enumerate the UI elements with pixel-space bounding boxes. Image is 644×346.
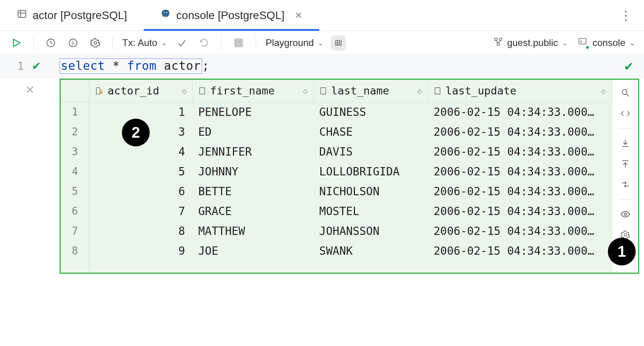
tab-label: actor [PostgreSQL] <box>33 9 127 22</box>
pk-column-icon <box>95 86 104 95</box>
row-number[interactable]: 2 <box>61 122 89 142</box>
run-button[interactable] <box>9 35 24 50</box>
cell-actor-id[interactable]: 6 <box>89 181 193 201</box>
in-editor-results-toggle[interactable] <box>331 35 346 50</box>
export-icon[interactable] <box>619 137 631 149</box>
table-row[interactable]: 9JOESWANK2006-02-15 04:34:33.000… <box>89 241 612 261</box>
svg-point-9 <box>94 41 97 44</box>
sort-icon[interactable]: ◇ <box>303 86 308 96</box>
column-header-first_name[interactable]: first_name◇ <box>193 80 314 102</box>
table-row[interactable]: 4JENNIFERDAVIS2006-02-15 04:34:33.000… <box>89 142 612 161</box>
settings-icon[interactable] <box>88 35 103 50</box>
cell-last-name[interactable]: MOSTEL <box>314 201 428 221</box>
playground-dropdown[interactable]: Playground ⌄ <box>266 37 324 48</box>
stop-button[interactable] <box>231 35 246 50</box>
svg-point-4 <box>166 12 168 13</box>
tx-mode-label: Tx: Auto <box>122 37 157 48</box>
cell-last-update[interactable]: 2006-02-15 04:34:33.000… <box>428 102 612 122</box>
tx-mode-dropdown[interactable]: Tx: Auto ⌄ <box>122 37 167 48</box>
cell-last-update[interactable]: 2006-02-15 04:34:33.000… <box>428 142 612 161</box>
svg-rect-25 <box>200 88 205 94</box>
cell-last-name[interactable]: DAVIS <box>314 142 428 161</box>
compare-icon[interactable] <box>619 179 631 190</box>
table-row[interactable]: 8MATTHEWJOHANSSON2006-02-15 04:34:33.000… <box>89 221 612 241</box>
cell-last-update[interactable]: 2006-02-15 04:34:33.000… <box>428 241 612 261</box>
cell-first-name[interactable]: ED <box>193 122 314 142</box>
cell-actor-id[interactable]: 9 <box>89 241 193 261</box>
cell-actor-id[interactable]: 7 <box>89 201 193 221</box>
sort-icon[interactable]: ◇ <box>417 86 422 96</box>
session-label: console <box>592 37 625 48</box>
cell-last-name[interactable]: NICHOLSON <box>314 181 428 201</box>
explain-icon[interactable]: p <box>66 35 81 50</box>
schema-label: guest.public <box>507 37 558 48</box>
cell-last-update[interactable]: 2006-02-15 04:34:33.000… <box>428 221 612 241</box>
cell-first-name[interactable]: JOE <box>193 241 314 261</box>
row-number[interactable]: 3 <box>61 142 89 161</box>
tab-actor[interactable]: actor [PostgreSQL] <box>0 0 144 31</box>
close-icon[interactable]: ✕ <box>295 10 303 21</box>
tab-overflow-menu[interactable]: ⋮ <box>619 8 633 23</box>
svg-rect-10 <box>335 40 341 45</box>
sort-icon[interactable]: ◇ <box>182 86 187 96</box>
svg-rect-21 <box>96 88 100 94</box>
cell-actor-id[interactable]: 5 <box>89 161 193 181</box>
search-icon[interactable] <box>619 87 631 99</box>
commit-icon[interactable] <box>174 35 189 50</box>
postgres-icon <box>160 9 171 22</box>
svg-rect-15 <box>495 38 497 40</box>
import-icon[interactable] <box>619 158 631 170</box>
cell-last-name[interactable]: LOLLOBRIGIDA <box>314 161 428 181</box>
cell-first-name[interactable]: JOHNNY <box>193 161 314 181</box>
column-header-last_update[interactable]: last_update◇ <box>428 80 612 102</box>
cell-first-name[interactable]: MATTHEW <box>193 221 314 241</box>
cell-first-name[interactable]: GRACE <box>193 201 314 221</box>
history-icon[interactable] <box>43 35 58 50</box>
cell-last-name[interactable]: SWANK <box>314 241 428 261</box>
table-row[interactable]: 3EDCHASE2006-02-15 04:34:33.000… <box>89 122 612 142</box>
sql-editor[interactable]: 1 ✔ select * from actor; ✔ <box>0 55 644 78</box>
cell-first-name[interactable]: JENNIFER <box>193 142 314 161</box>
table-row[interactable]: 5JOHNNYLOLLOBRIGIDA2006-02-15 04:34:33.0… <box>89 161 612 181</box>
row-number[interactable]: 4 <box>61 161 89 181</box>
cell-last-update[interactable]: 2006-02-15 04:34:33.000… <box>428 161 612 181</box>
validation-ok-icon: ✔ <box>624 59 634 73</box>
row-number[interactable]: 7 <box>61 221 89 241</box>
cell-actor-id[interactable]: 1 <box>89 102 193 122</box>
sql-code[interactable]: select * from actor; <box>60 58 209 74</box>
cell-last-update[interactable]: 2006-02-15 04:34:33.000… <box>428 201 612 221</box>
toolbar: p Tx: Auto ⌄ Playground ⌄ guest.public ⌄ <box>0 31 644 55</box>
cell-last-update[interactable]: 2006-02-15 04:34:33.000… <box>428 181 612 201</box>
console-session-icon <box>578 37 588 48</box>
tab-console[interactable]: console [PostgreSQL] ✕ <box>144 0 319 31</box>
row-number[interactable]: 8 <box>61 241 89 261</box>
cell-last-name[interactable]: JOHANSSON <box>314 221 428 241</box>
cell-first-name[interactable]: BETTE <box>193 181 314 201</box>
callout-2: 2 <box>122 119 150 146</box>
column-header-label: last_name <box>331 85 417 97</box>
cell-actor-id[interactable]: 8 <box>89 221 193 241</box>
column-header-actor_id[interactable]: actor_id◇ <box>89 80 193 102</box>
cell-last-name[interactable]: CHASE <box>314 122 428 142</box>
code-view-icon[interactable] <box>619 108 631 119</box>
eye-icon[interactable] <box>619 208 631 220</box>
table-row[interactable]: 6BETTENICHOLSON2006-02-15 04:34:33.000… <box>89 181 612 201</box>
svg-line-29 <box>627 94 629 96</box>
row-number[interactable]: 5 <box>61 181 89 201</box>
table-row[interactable]: 7GRACEMOSTEL2006-02-15 04:34:33.000… <box>89 201 612 221</box>
row-number[interactable]: 1 <box>61 102 89 122</box>
rollback-icon[interactable] <box>197 35 212 50</box>
cell-first-name[interactable]: PENELOPE <box>193 102 314 122</box>
table-row[interactable]: 1PENELOPEGUINESS2006-02-15 04:34:33.000… <box>89 102 612 122</box>
tab-label: console [PostgreSQL] <box>176 9 284 22</box>
schema-dropdown[interactable]: guest.public ⌄ <box>494 37 568 49</box>
cell-last-name[interactable]: GUINESS <box>314 102 428 122</box>
cell-last-update[interactable]: 2006-02-15 04:34:33.000… <box>428 122 612 142</box>
table-icon <box>17 9 27 22</box>
sort-icon[interactable]: ◇ <box>601 86 606 96</box>
column-header-last_name[interactable]: last_name◇ <box>314 80 428 102</box>
row-number[interactable]: 6 <box>61 201 89 221</box>
close-results-icon[interactable]: ✕ <box>25 83 35 96</box>
session-dropdown[interactable]: console ⌄ <box>578 37 635 48</box>
tab-bar: actor [PostgreSQL] console [PostgreSQL] … <box>0 0 644 31</box>
